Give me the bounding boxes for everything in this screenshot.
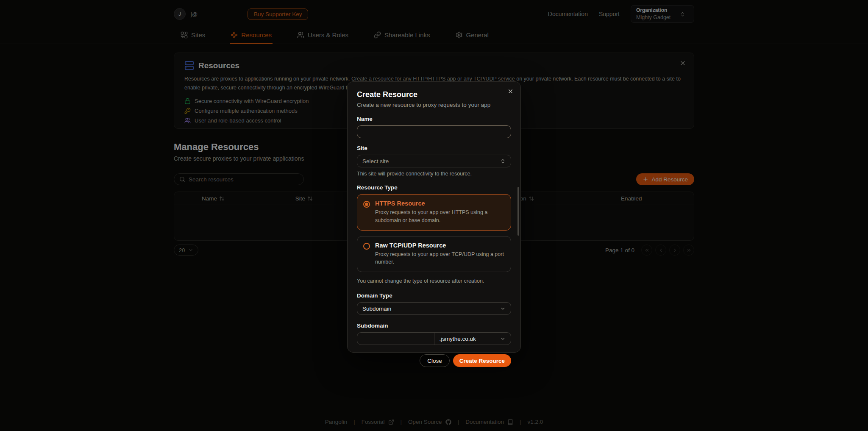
- chevron-down-icon: [500, 336, 506, 342]
- domain-suffix-select[interactable]: .jsmythe.co.uk: [434, 333, 511, 345]
- name-input[interactable]: [357, 125, 511, 138]
- resource-type-option-title: HTTPS Resource: [375, 200, 505, 207]
- modal-subtitle: Create a new resource to proxy requests …: [357, 102, 511, 108]
- subdomain-label: Subdomain: [357, 323, 511, 329]
- create-resource-modal: Create Resource Create a new resource to…: [347, 81, 521, 353]
- resource-type-option-text: Raw TCP/UDP Resource Proxy requests to y…: [375, 242, 505, 267]
- resource-type-label: Resource Type: [357, 184, 511, 191]
- resource-type-option-description: Proxy requests to your app over HTTPS us…: [375, 209, 505, 225]
- resource-type-note: You cannot change the type of resource a…: [357, 278, 511, 284]
- app-root: J j@ Buy Supporter Key Documentation Sup…: [0, 0, 868, 431]
- modal-scrollbar[interactable]: [517, 187, 519, 236]
- resource-type-option-title: Raw TCP/UDP Resource: [375, 242, 505, 249]
- resource-type-option-tcp-udp[interactable]: Raw TCP/UDP Resource Proxy requests to y…: [357, 236, 511, 273]
- radio-unselected-icon: [363, 243, 370, 250]
- radio-selected-icon: [363, 201, 370, 208]
- modal-close-icon[interactable]: [507, 88, 514, 95]
- create-resource-button[interactable]: Create Resource: [453, 354, 511, 367]
- subdomain-field: .jsmythe.co.uk: [357, 332, 511, 345]
- modal-title: Create Resource: [357, 90, 511, 99]
- modal-actions: Close Create Resource: [357, 354, 511, 367]
- resource-type-option-text: HTTPS Resource Proxy requests to your ap…: [375, 200, 505, 225]
- domain-type-label: Domain Type: [357, 292, 511, 299]
- domain-type-value: Subdomain: [362, 306, 391, 312]
- chevron-down-icon: [500, 306, 506, 311]
- resource-type-option-description: Proxy requests to your app over TCP/UDP …: [375, 250, 505, 267]
- domain-type-select[interactable]: Subdomain: [357, 302, 511, 315]
- chevrons-up-down-icon: [500, 158, 506, 164]
- site-field-label: Site: [357, 145, 511, 151]
- site-helper-text: This site will provide connectivity to t…: [357, 171, 511, 177]
- site-select-placeholder: Select site: [362, 158, 389, 164]
- close-button[interactable]: Close: [420, 354, 450, 367]
- resource-type-option-https[interactable]: HTTPS Resource Proxy requests to your ap…: [357, 194, 511, 231]
- subdomain-input[interactable]: [357, 333, 434, 345]
- site-select[interactable]: Select site: [357, 155, 511, 167]
- domain-suffix-value: .jsmythe.co.uk: [440, 336, 476, 342]
- name-field-label: Name: [357, 116, 511, 122]
